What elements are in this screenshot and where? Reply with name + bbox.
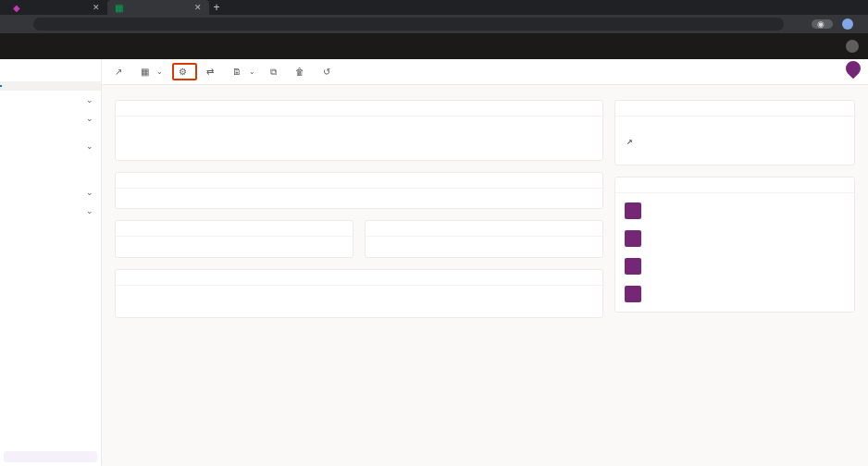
chevron-down-icon: ⌄ [86, 206, 93, 215]
resource-dynamics365[interactable] [621, 197, 849, 225]
url-input[interactable] [33, 18, 784, 31]
chevron-down-icon: ⌄ [86, 114, 93, 123]
nav-help-support[interactable] [0, 155, 101, 165]
resources-icon: ▦ [141, 67, 149, 77]
history-icon: ↺ [323, 67, 330, 77]
address-bar: ◉ [0, 15, 868, 33]
gear-icon: ⚙ [179, 67, 187, 77]
browser-tab[interactable]: ▦ ✕ [107, 0, 209, 15]
breadcrumb [102, 85, 868, 100]
nav-admin-centers[interactable]: ⌄ [0, 202, 101, 220]
access-item-label [625, 135, 845, 146]
command-bar: ↗ ▦⌄ ⚙ ⇄ 🗎⌄ ⧉ 🗑 ↺ [102, 59, 868, 85]
delete-icon: 🗑 [295, 67, 304, 77]
browser-chrome: ◆ ✕ ▦ ✕ + ◉ [0, 0, 868, 33]
app-header [0, 33, 868, 59]
backup-restore-button[interactable]: 🗎⌄ [227, 64, 261, 80]
nav-analytics[interactable]: ⌄ [0, 91, 101, 109]
hamburger-button[interactable] [0, 65, 101, 72]
dynamics-icon [625, 202, 641, 219]
user-avatar[interactable] [846, 40, 859, 53]
delete-button[interactable]: 🗑 [290, 64, 314, 80]
open-icon: ↗ [115, 67, 122, 77]
backup-icon: 🗎 [232, 67, 242, 77]
chevron-down-icon: ⌄ [86, 95, 93, 104]
nav-environments[interactable] [0, 81, 101, 91]
convert-icon: ⇄ [206, 67, 214, 77]
open-button[interactable]: ↗ [109, 64, 131, 80]
details-card [115, 100, 603, 161]
resource-power-pages[interactable] [621, 225, 849, 252]
tab-close-icon[interactable]: ✕ [93, 3, 100, 12]
incognito-badge: ◉ [812, 19, 833, 29]
tab-close-icon[interactable]: ✕ [194, 3, 202, 12]
chevron-down-icon: ⌄ [156, 67, 163, 76]
nav-settings[interactable] [0, 128, 101, 137]
content: ↗ ▦⌄ ⚙ ⇄ 🗎⌄ ⧉ 🗑 ↺ [102, 59, 868, 466]
nav-home[interactable] [0, 72, 101, 81]
access-card [614, 100, 855, 166]
resources-button[interactable]: ▦⌄ [135, 64, 168, 80]
settings-button[interactable]: ⚙ [172, 63, 197, 80]
auditing-card [115, 172, 603, 209]
resources-card [614, 177, 855, 313]
promo-card [4, 451, 97, 462]
history-button[interactable]: ↺ [317, 64, 340, 80]
resource-flows[interactable] [621, 280, 849, 308]
power-apps-icon [625, 258, 641, 275]
chevron-down-icon: ⌄ [249, 67, 255, 76]
copy-icon: ⧉ [270, 67, 277, 78]
new-tab-button[interactable]: + [209, 1, 224, 14]
sidebar: ⌄ ⌄ ⌄ ⌄ ⌄ [0, 59, 102, 466]
copy-button[interactable]: ⧉ [265, 64, 286, 80]
favicon: ▦ [115, 4, 122, 11]
browser-avatar[interactable] [842, 18, 853, 30]
nav-data-preview[interactable] [0, 174, 101, 183]
persona-indicator [843, 59, 864, 79]
browser-tab[interactable]: ◆ ✕ [6, 0, 107, 15]
recent-operations-card [115, 269, 603, 318]
chevron-down-icon: ⌄ [86, 188, 93, 197]
nav-policies[interactable]: ⌄ [0, 183, 101, 202]
nav-data-integration[interactable] [0, 165, 101, 174]
incognito-icon: ◉ [817, 19, 825, 29]
convert-button[interactable]: ⇄ [201, 64, 223, 80]
power-pages-icon [625, 230, 641, 247]
updates-card [365, 220, 603, 258]
flows-icon [625, 286, 641, 302]
nav-billing[interactable]: ⌄ [0, 109, 101, 128]
chevron-down-icon: ⌄ [86, 141, 93, 151]
version-card [115, 220, 353, 258]
nav-resources[interactable]: ⌄ [0, 137, 101, 155]
tab-strip: ◆ ✕ ▦ ✕ + [0, 0, 868, 15]
favicon: ◆ [13, 4, 20, 11]
resource-power-apps[interactable] [621, 252, 849, 280]
